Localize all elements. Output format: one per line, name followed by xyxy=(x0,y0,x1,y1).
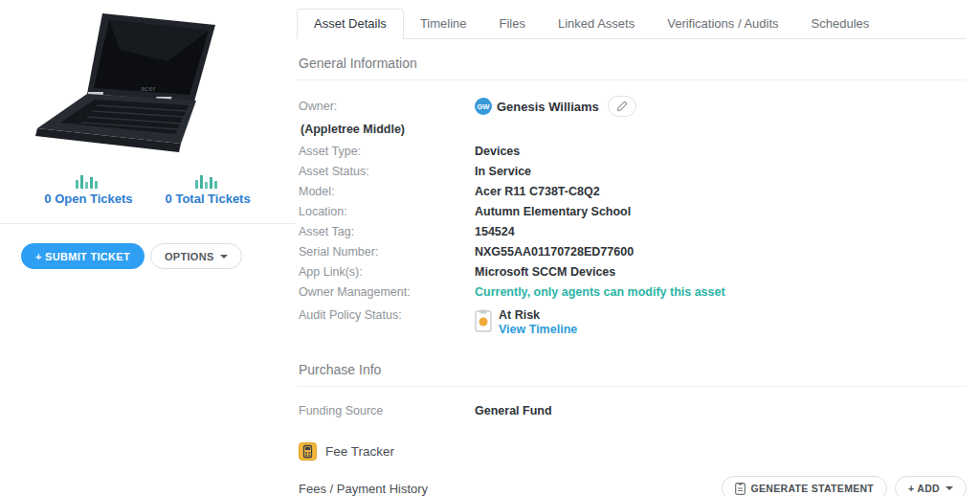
audit-status-text: At Risk xyxy=(499,308,577,322)
fee-tracker-icon xyxy=(299,442,317,461)
tab-asset-details[interactable]: Asset Details xyxy=(297,9,404,39)
owner-row: Owner: GW Genesis Williams xyxy=(299,96,967,117)
owner-label: Owner: xyxy=(299,100,475,113)
funding-source-label: Funding Source xyxy=(299,404,475,417)
asset-type-label: Asset Type: xyxy=(299,145,475,158)
bar-chart-icon xyxy=(191,173,224,189)
owner-management-label: Owner Management: xyxy=(299,285,475,299)
add-fee-label: + ADD xyxy=(908,483,940,494)
document-icon xyxy=(735,483,746,495)
options-button[interactable]: OPTIONS xyxy=(150,243,242,269)
chevron-down-icon xyxy=(946,486,953,490)
pencil-icon xyxy=(616,101,628,112)
tab-linked-assets[interactable]: Linked Assets xyxy=(542,10,651,38)
open-tickets-label[interactable]: 0 Open Tickets xyxy=(44,192,132,206)
asset-detail-content: Asset Details Timeline Files Linked Asse… xyxy=(295,0,980,496)
field-row: Asset Type: Devices xyxy=(299,145,967,158)
tab-verifications-audits[interactable]: Verifications / Audits xyxy=(651,10,794,38)
fees-history-title: Fees / Payment History xyxy=(299,482,428,496)
fee-tracker-title: Fee Tracker xyxy=(325,444,394,459)
app-links-value: Microsoft SCCM Devices xyxy=(475,265,615,279)
location-label: Location: xyxy=(299,205,475,218)
asset-tabs: Asset Details Timeline Files Linked Asse… xyxy=(297,10,967,39)
asset-tag-value: 154524 xyxy=(475,225,515,238)
field-row: App Link(s): Microsoft SCCM Devices xyxy=(299,265,967,279)
ticket-stats: 0 Open Tickets 0 Total Tickets xyxy=(0,173,295,224)
owner-name[interactable]: Genesis Williams xyxy=(497,100,599,114)
audit-policy-label: Audit Policy Status: xyxy=(299,308,475,322)
view-timeline-link[interactable]: View Timeline xyxy=(499,322,577,337)
audit-policy-row: Audit Policy Status: At Risk View Timeli… xyxy=(299,308,967,337)
model-value: Acer R11 C738T-C8Q2 xyxy=(475,185,600,198)
fee-tracker-header: Fee Tracker xyxy=(297,442,967,461)
fee-actions: GENERATE STATEMENT + ADD xyxy=(722,476,967,496)
field-row: Location: Autumn Elementary School xyxy=(299,205,967,218)
tab-files[interactable]: Files xyxy=(483,10,542,38)
total-tickets-stat[interactable]: 0 Total Tickets xyxy=(166,173,251,206)
generate-statement-button[interactable]: GENERATE STATEMENT xyxy=(722,476,887,496)
field-row: Asset Status: In Service xyxy=(299,165,967,178)
edit-owner-button[interactable] xyxy=(608,96,636,117)
audit-status-block: At Risk View Timeline xyxy=(499,308,577,337)
open-tickets-stat[interactable]: 0 Open Tickets xyxy=(44,173,132,206)
asset-type-value: Devices xyxy=(475,145,520,158)
asset-status-value: In Service xyxy=(475,165,531,178)
generate-statement-label: GENERATE STATEMENT xyxy=(751,483,874,494)
avatar: GW xyxy=(475,98,492,115)
bar-chart-icon xyxy=(72,173,104,189)
funding-source-row: Funding Source General Fund xyxy=(297,404,967,417)
submit-ticket-button[interactable]: + SUBMIT TICKET xyxy=(21,243,145,269)
purchase-info-title: Purchase Info xyxy=(297,362,967,387)
audit-policy-cell: At Risk View Timeline xyxy=(475,308,577,337)
options-label: OPTIONS xyxy=(165,251,214,262)
tab-schedules[interactable]: Schedules xyxy=(795,10,886,38)
location-value: Autumn Elementary School xyxy=(475,205,631,218)
general-information-title: General Information xyxy=(297,56,967,80)
add-fee-button[interactable]: + ADD xyxy=(895,476,967,496)
total-tickets-label[interactable]: 0 Total Tickets xyxy=(166,192,251,206)
fees-history-header: Fees / Payment History GENERATE STATEMEN… xyxy=(297,476,967,496)
funding-source-value: General Fund xyxy=(475,404,552,417)
svg-text:acer: acer xyxy=(141,84,156,93)
field-row: Serial Number: NXG55AA01170728ED77600 xyxy=(299,245,967,259)
field-row: Asset Tag: 154524 xyxy=(299,225,967,238)
tab-timeline[interactable]: Timeline xyxy=(404,10,483,38)
serial-number-label: Serial Number: xyxy=(299,245,475,259)
audit-clipboard-icon xyxy=(475,309,492,332)
asset-summary-panel: acer xyxy=(0,0,295,496)
asset-detail-page: acer xyxy=(0,0,980,496)
laptop-image: acer xyxy=(28,4,267,159)
owner-management-link[interactable]: Currently, only agents can modify this a… xyxy=(475,285,725,299)
asset-tag-label: Asset Tag: xyxy=(299,225,475,238)
owner-management-row: Owner Management: Currently, only agents… xyxy=(299,285,967,299)
serial-number-value: NXG55AA01170728ED77600 xyxy=(475,245,634,259)
general-information-fields: Owner: GW Genesis Williams (Appletree Mi… xyxy=(297,96,967,337)
app-links-label: App Link(s): xyxy=(299,265,475,279)
asset-actions: + SUBMIT TICKET OPTIONS xyxy=(21,243,295,269)
model-label: Model: xyxy=(299,185,475,198)
chevron-down-icon xyxy=(220,255,228,259)
asset-photo: acer xyxy=(0,4,295,162)
asset-status-label: Asset Status: xyxy=(299,165,475,178)
owner-organization: (Appletree Middle) xyxy=(301,123,967,136)
field-row: Model: Acer R11 C738T-C8Q2 xyxy=(299,185,967,198)
